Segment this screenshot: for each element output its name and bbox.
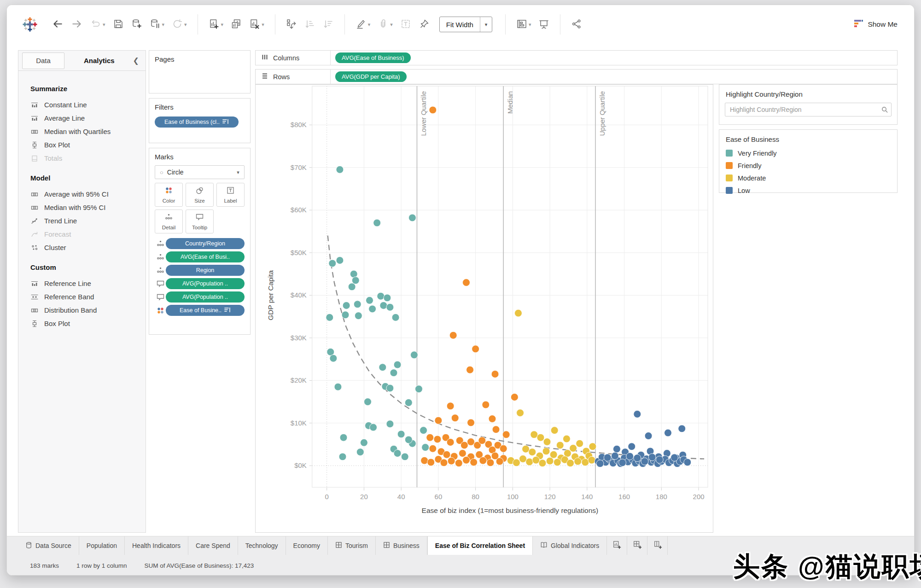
clear-sheet-button[interactable]: ▾ (247, 16, 267, 34)
scatter-mark[interactable] (369, 305, 376, 313)
scatter-mark[interactable] (440, 459, 448, 466)
scatter-mark[interactable] (366, 297, 373, 304)
marks-tooltip-button[interactable]: Tooltip (186, 210, 214, 233)
tableau-logo-icon[interactable] (23, 17, 37, 32)
scatter-mark[interactable] (513, 459, 520, 466)
scatter-mark[interactable] (370, 424, 377, 431)
scatter-mark[interactable] (451, 414, 459, 422)
analytics-item-box-plot[interactable]: Box Plot (30, 317, 146, 330)
scatter-mark[interactable] (373, 219, 381, 227)
scatter-mark[interactable] (386, 420, 394, 428)
scatter-mark[interactable] (648, 454, 656, 461)
scatter-mark[interactable] (550, 451, 557, 458)
scatter-mark[interactable] (645, 432, 652, 440)
scatter-mark[interactable] (588, 456, 595, 464)
marks-pill[interactable]: Country/Region (166, 238, 245, 249)
duplicate-sheet-button[interactable] (228, 16, 244, 34)
scatter-mark[interactable] (420, 427, 427, 434)
scatter-mark[interactable] (611, 452, 618, 460)
analytics-item-box-plot[interactable]: Box Plot (30, 138, 146, 151)
new-worksheet-button[interactable]: ▾ (206, 16, 226, 34)
mark-type-dropdown[interactable]: ○ Circle ▾ (155, 165, 245, 179)
scatter-mark[interactable] (426, 434, 434, 441)
scatter-mark[interactable] (684, 459, 691, 466)
scatter-mark[interactable] (449, 332, 457, 339)
scatter-mark[interactable] (466, 366, 474, 373)
new-dashboard-button[interactable] (627, 536, 647, 555)
scatter-mark[interactable] (394, 361, 401, 368)
scatter-mark[interactable] (380, 302, 387, 309)
scatter-mark[interactable] (355, 312, 362, 320)
scatter-mark[interactable] (329, 260, 336, 267)
analytics-item-average-line[interactable]: Average Line (30, 111, 146, 125)
scatter-mark[interactable] (678, 425, 686, 432)
analytics-item-cluster[interactable]: Cluster (30, 241, 146, 254)
scatter-mark[interactable] (492, 426, 500, 433)
scatter-mark[interactable] (537, 434, 544, 441)
pause-updates-button[interactable]: ▾ (147, 16, 167, 34)
scatter-mark[interactable] (671, 454, 678, 461)
analytics-item-constant-line[interactable]: Constant Line (30, 98, 146, 111)
scatter-mark[interactable] (394, 449, 401, 457)
rows-pill[interactable]: AVG(GDP per Capita) (335, 71, 407, 82)
scatter-mark[interactable] (470, 459, 478, 466)
scatter-mark[interactable] (340, 434, 347, 441)
swap-axes-button[interactable] (284, 16, 299, 34)
scatter-mark[interactable] (522, 445, 530, 453)
pin-button[interactable] (416, 16, 432, 34)
scatter-mark[interactable] (379, 364, 386, 371)
scatter-mark[interactable] (334, 383, 342, 390)
scatter-mark[interactable] (641, 458, 648, 465)
highlight-button[interactable]: ▾ (353, 16, 373, 34)
share-button[interactable] (569, 16, 584, 34)
scatter-plot[interactable]: 020406080100120140160180200$0K$10K$20K$3… (255, 84, 713, 533)
scatter-mark[interactable] (429, 106, 437, 114)
scatter-mark[interactable] (462, 456, 470, 464)
legend-item-moderate[interactable]: Moderate (719, 172, 897, 184)
scatter-mark[interactable] (487, 459, 494, 466)
scatter-mark[interactable] (628, 443, 635, 450)
analytics-item-median-with-95-ci[interactable]: Median with 95% CI (30, 201, 146, 214)
scatter-mark[interactable] (336, 166, 344, 173)
scatter-plot-svg[interactable]: 020406080100120140160180200$0K$10K$20K$3… (256, 85, 713, 532)
back-arrow-button[interactable] (49, 15, 66, 34)
scatter-mark[interactable] (479, 457, 487, 464)
marks-detail-button[interactable]: Detail (155, 210, 183, 233)
scatter-mark[interactable] (326, 314, 333, 321)
scatter-mark[interactable] (330, 355, 337, 362)
search-icon[interactable] (878, 106, 891, 114)
scatter-mark[interactable] (435, 417, 442, 424)
scatter-mark[interactable] (482, 401, 490, 408)
scatter-mark[interactable] (460, 442, 468, 449)
scatter-mark[interactable] (613, 445, 620, 453)
analytics-item-median-with-quartiles[interactable]: Median with Quartiles (30, 125, 146, 138)
scatter-mark[interactable] (500, 445, 507, 452)
scatter-mark[interactable] (408, 214, 416, 221)
scatter-mark[interactable] (656, 456, 663, 463)
scatter-mark[interactable] (427, 459, 435, 466)
scatter-mark[interactable] (529, 448, 536, 456)
scatter-mark[interactable] (634, 454, 641, 462)
new-story-button[interactable] (647, 536, 668, 555)
sheet-tab-global-indicators[interactable]: Global Indicators (533, 536, 607, 555)
sheet-tab-technology[interactable]: Technology (238, 536, 286, 555)
scatter-mark[interactable] (443, 451, 450, 458)
scatter-mark[interactable] (551, 427, 558, 434)
marks-pill[interactable]: Region (166, 265, 245, 276)
scatter-mark[interactable] (619, 459, 626, 466)
scatter-mark[interactable] (343, 302, 350, 309)
scatter-mark[interactable] (455, 460, 462, 467)
scatter-mark[interactable] (626, 453, 634, 460)
scatter-mark[interactable] (447, 438, 454, 446)
scatter-mark[interactable] (401, 453, 408, 460)
scatter-mark[interactable] (422, 444, 429, 451)
marks-label-button[interactable]: Label (216, 183, 245, 207)
scatter-mark[interactable] (532, 456, 540, 464)
sheet-tab-ease-of-biz-correlation-sheet[interactable]: Ease of Biz Correlation Sheet (427, 536, 533, 555)
scatter-mark[interactable] (447, 402, 454, 410)
scatter-mark[interactable] (519, 455, 527, 463)
scatter-mark[interactable] (514, 309, 522, 317)
scatter-mark[interactable] (634, 410, 641, 418)
scatter-mark[interactable] (397, 431, 405, 438)
sheet-tab-data-source[interactable]: Data Source (18, 536, 79, 555)
